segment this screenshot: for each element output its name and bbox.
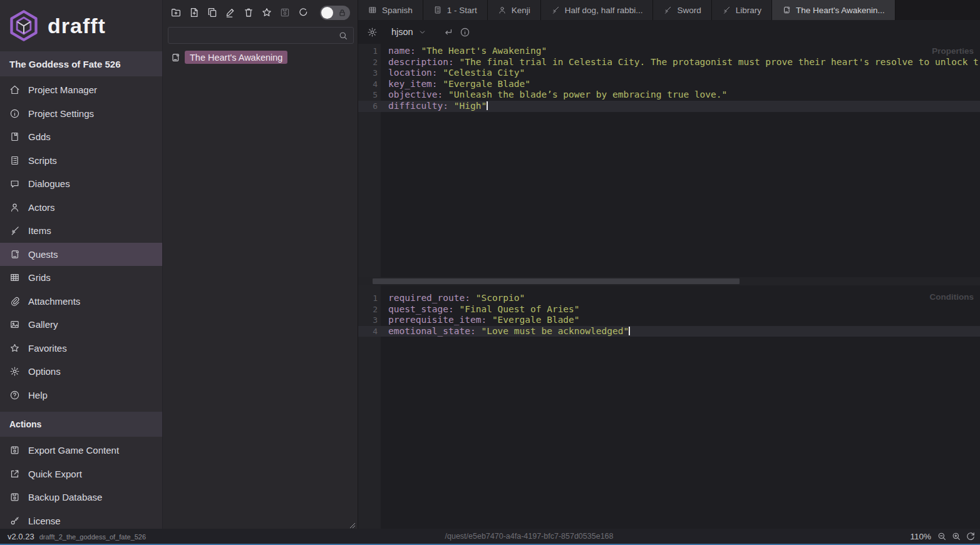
- scroll-icon: [9, 249, 20, 260]
- insert-return-icon[interactable]: [443, 27, 453, 38]
- sidebar-item-quests[interactable]: Quests: [0, 243, 162, 267]
- action-item-quick-export[interactable]: Quick Export: [0, 462, 162, 486]
- quest-list: The Heart's Awakening: [163, 51, 358, 64]
- lock-icon: [338, 8, 347, 18]
- code-line[interactable]: 3location: "Celestia City": [358, 68, 980, 79]
- grid-icon: [368, 6, 377, 14]
- tab-library[interactable]: Library: [712, 0, 772, 20]
- home-icon: [9, 84, 20, 95]
- new-folder-button[interactable]: [170, 7, 182, 18]
- search-box: [168, 27, 354, 44]
- item-label: Items: [28, 225, 51, 236]
- code-text: required_route: "Scorpio": [378, 293, 525, 304]
- gear-icon: [9, 366, 20, 377]
- sidebar-item-help[interactable]: Help: [0, 384, 162, 407]
- duplicate-button[interactable]: [207, 7, 218, 18]
- sidebar-item-favorites[interactable]: Favorites: [0, 337, 162, 360]
- refresh-button[interactable]: [297, 7, 309, 18]
- item-label: Favorites: [28, 343, 67, 354]
- reload-icon[interactable]: [966, 531, 976, 541]
- sidebar-item-project-settings[interactable]: Project Settings: [0, 102, 162, 126]
- sword-icon: [551, 6, 560, 14]
- horizontal-scrollbar[interactable]: [358, 277, 980, 285]
- new-item-button[interactable]: [188, 7, 200, 18]
- item-label: Gdds: [28, 131, 51, 142]
- tab-sword[interactable]: Sword: [653, 0, 711, 20]
- info-icon[interactable]: [460, 27, 470, 38]
- zoom-in-icon[interactable]: [951, 531, 961, 541]
- sidebar: drafft The Goddess of Fate 526 Project M…: [0, 0, 163, 529]
- item-label: Options: [28, 366, 61, 377]
- tab-label: 1 - Start: [447, 6, 477, 15]
- language-select[interactable]: hjson: [391, 27, 426, 37]
- script-icon: [433, 6, 442, 14]
- readonly-lock-toggle[interactable]: [320, 6, 350, 20]
- code-text: objective: "Unleash the blade’s power by…: [378, 89, 727, 101]
- conditions-editor[interactable]: Conditions 1required_route: "Scorpio"2qu…: [358, 285, 980, 529]
- tab-spanish[interactable]: Spanish: [358, 0, 423, 20]
- code-line[interactable]: 3prerequisite_item: "Evergale Blade": [358, 315, 980, 326]
- search-input[interactable]: [168, 28, 353, 43]
- tab-1-start[interactable]: 1 - Start: [423, 0, 488, 20]
- info-icon: [9, 108, 20, 119]
- person-icon: [498, 6, 507, 14]
- properties-editor[interactable]: Properties 1name: "The Heart's Awakening…: [358, 44, 980, 277]
- tab-kenji[interactable]: Kenji: [488, 0, 541, 20]
- export-icon: [9, 469, 20, 479]
- tab-the-heart-s-awakenin[interactable]: The Heart's Awakenin...: [772, 0, 895, 20]
- action-item-backup-database[interactable]: Backup Database: [0, 486, 162, 509]
- list-item-the-heart-s-awakening[interactable]: The Heart's Awakening: [163, 51, 358, 64]
- item-label: Quests: [28, 249, 58, 260]
- editor-settings-gear-icon[interactable]: [367, 27, 378, 38]
- sidebar-item-actors[interactable]: Actors: [0, 196, 162, 220]
- status-bar: v2.0.23 drafft_2_the_goddess_of_fate_526…: [0, 529, 980, 545]
- item-label: Attachments: [28, 296, 80, 307]
- chat-icon: [9, 178, 20, 189]
- scrollbar-thumb[interactable]: [373, 278, 740, 284]
- code-line[interactable]: 2quest_stage: "Final Quest of Aries": [358, 304, 980, 315]
- sidebar-item-gdds[interactable]: Gdds: [0, 125, 162, 149]
- tab-half-dog-half-rabbi[interactable]: Half dog, half rabbi...: [541, 0, 654, 20]
- sidebar-actions: Export Game ContentQuick ExportBackup Da…: [0, 437, 162, 532]
- sidebar-item-grids[interactable]: Grids: [0, 266, 162, 290]
- status-left: v2.0.23 drafft_2_the_goddess_of_fate_526: [0, 532, 146, 541]
- resize-grip[interactable]: [349, 520, 356, 527]
- code-line[interactable]: 2description: "The final trial in Celest…: [358, 57, 980, 68]
- sidebar-item-project-manager[interactable]: Project Manager: [0, 78, 162, 102]
- drafft-logo-icon: [8, 9, 40, 42]
- app-logo: drafft: [0, 0, 162, 51]
- sidebar-item-items[interactable]: Items: [0, 219, 162, 243]
- code-text: prerequisite_item: "Evergale Blade": [378, 315, 580, 326]
- database-name: drafft_2_the_goddess_of_fate_526: [39, 533, 146, 541]
- delete-button[interactable]: [243, 7, 254, 18]
- zoom-out-icon[interactable]: [937, 531, 947, 541]
- sidebar-item-gallery[interactable]: Gallery: [0, 313, 162, 337]
- toggle-knob: [321, 7, 333, 19]
- action-item-export-game-content[interactable]: Export Game Content: [0, 439, 162, 462]
- code-line[interactable]: 4key_item: "Evergale Blade": [358, 79, 980, 90]
- code-line[interactable]: 1name: "The Heart's Awakening": [358, 46, 980, 57]
- item-label: Backup Database: [28, 492, 102, 502]
- item-label: Project Settings: [28, 108, 94, 119]
- tab-label: Library: [736, 6, 761, 15]
- code-line[interactable]: 1required_route: "Scorpio": [358, 293, 980, 304]
- zoom-level: 110%: [910, 532, 931, 541]
- line-number: 2: [358, 57, 378, 68]
- code-line[interactable]: 6difficulty: "High": [358, 101, 980, 112]
- editor-area: Spanish1 - StartKenjiHalf dog, half rabb…: [358, 0, 980, 529]
- code-line[interactable]: 5objective: "Unleash the blade’s power b…: [358, 89, 980, 101]
- code-line[interactable]: 4emotional_state: "Love must be acknowle…: [358, 326, 980, 337]
- project-name: The Goddess of Fate 526: [0, 51, 162, 76]
- sidebar-item-dialogues[interactable]: Dialogues: [0, 172, 162, 196]
- favorite-button[interactable]: [261, 7, 272, 18]
- image-icon: [9, 319, 20, 330]
- sidebar-item-attachments[interactable]: Attachments: [0, 290, 162, 313]
- actions-section-header: Actions: [0, 412, 162, 437]
- key-icon: [9, 516, 20, 526]
- tab-label: Sword: [677, 6, 701, 15]
- sidebar-item-scripts[interactable]: Scripts: [0, 149, 162, 173]
- item-label: Actors: [28, 202, 55, 213]
- rename-button[interactable]: [225, 7, 236, 18]
- sidebar-item-options[interactable]: Options: [0, 360, 162, 384]
- save-button[interactable]: [279, 7, 291, 18]
